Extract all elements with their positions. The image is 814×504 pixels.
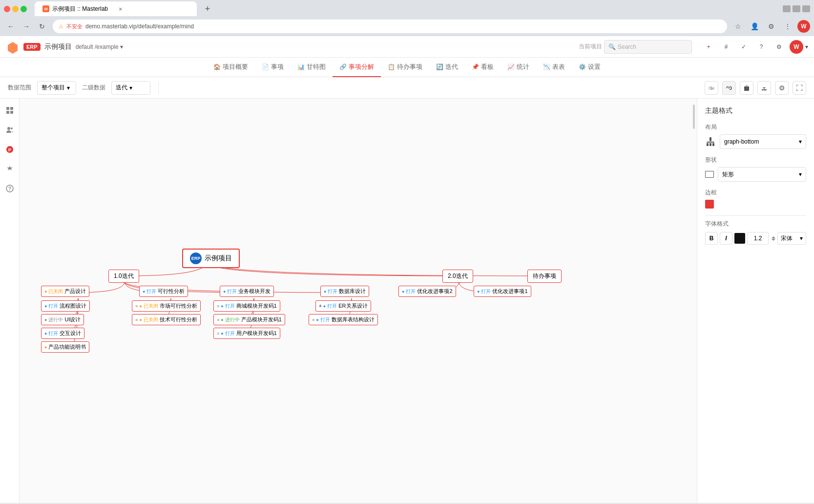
win-min-icon[interactable] (783, 5, 791, 12)
mind-icon: 🔗 (339, 63, 347, 70)
node-product-doc[interactable]: ● 产品功能说明书 (41, 341, 89, 353)
tab-gantt[interactable]: 📊 甘特图 (291, 58, 333, 77)
canvas-area[interactable]: ERP 示例项目 1.0迭代 2.0迭代 待办事项 ● 已关闭 产品设计 ● 打… (20, 99, 697, 503)
profile-btn[interactable]: 👤 (748, 20, 761, 33)
bookmark-btn[interactable]: ☆ (731, 20, 745, 33)
open-dot-3: ● (143, 289, 145, 294)
node-ui-design[interactable]: ● 进行中 UI设计 (41, 314, 84, 325)
security-warning-text: 不安全 (66, 23, 83, 30)
export-btn[interactable] (757, 81, 771, 95)
node-commerce-module[interactable]: ≡ ● 打开 商城模块开发码1 (213, 300, 280, 312)
improve2-label: 优化改进事项2 (417, 288, 452, 295)
delete-btn[interactable] (740, 81, 753, 95)
root-node[interactable]: ERP 示例项目 (182, 249, 240, 268)
size-down-icon[interactable] (772, 239, 775, 241)
new-tab-btn[interactable]: + (201, 2, 214, 16)
node-user-module[interactable]: ≡ ● 打开 用户模块开发码1 (213, 328, 280, 339)
node-market-feasibility[interactable]: ≡ ● 已关闭 市场可行性分析 (132, 300, 201, 312)
sidebar-icon-project[interactable]: P (2, 142, 18, 157)
tab-settings[interactable]: ⚙️ 设置 (572, 58, 607, 77)
tab-close-btn[interactable]: × (111, 1, 189, 16)
minimize-btn[interactable] (12, 6, 19, 12)
win-max-icon[interactable] (793, 5, 800, 12)
back-btn[interactable]: ← (4, 20, 18, 33)
node-feasibility[interactable]: ● 打开 可行性分析 (139, 286, 188, 297)
maximize-btn[interactable] (21, 6, 27, 12)
node-db-design[interactable]: ● 打开 数据库设计 (320, 286, 369, 297)
node-db-table-design[interactable]: ≡ ● 打开 数据库表结构设计 (309, 314, 378, 325)
tab-board[interactable]: 📌 看板 (465, 58, 501, 77)
user-module-label: 用户模块开发码1 (236, 330, 277, 337)
iter2-label: 2.0迭代 (448, 273, 468, 279)
sidebar-icon-tools[interactable] (2, 161, 18, 177)
settings-tab-icon: ⚙️ (579, 63, 586, 70)
node-er-design[interactable]: + ● 打开 ER关系设计 (315, 300, 371, 312)
unlink-btn[interactable] (722, 81, 736, 95)
project-badge: ERP (23, 43, 41, 51)
sidebar-icon-people[interactable] (2, 122, 18, 138)
hashtag-btn[interactable]: # (719, 40, 733, 54)
tab-table[interactable]: 📉 表表 (536, 58, 572, 77)
shape-preview (705, 171, 714, 178)
project-name[interactable]: 示例项目 (44, 42, 72, 51)
node-product-design[interactable]: ● 已关闭 产品设计 (41, 286, 89, 297)
nav-buttons: ← → ↻ (4, 20, 49, 33)
shield-btn[interactable]: ✓ (737, 40, 751, 54)
tab-story[interactable]: 📄 事项 (255, 58, 291, 77)
forward-btn[interactable]: → (20, 20, 33, 33)
layout-select[interactable]: graph-bottom ▾ (720, 134, 806, 149)
tab-mind[interactable]: 🔗 事项分解 (333, 58, 381, 77)
address-bar: ← → ↻ ⚠ 不安全 demo.masterlab.vip/default/e… (0, 18, 814, 36)
secondary-select[interactable]: 迭代 ▾ (111, 81, 150, 95)
shape-select[interactable]: 矩形 ▾ (718, 167, 806, 182)
node-improve1[interactable]: ● 打开 优化改进事项1 (474, 286, 531, 297)
font-family-select[interactable]: 宋体 ▾ (777, 232, 806, 245)
scope-label: 数据范围 (8, 84, 31, 92)
node-iter2[interactable]: 2.0迭代 (442, 270, 473, 283)
scope-select[interactable]: 整个项目 ▾ (37, 81, 76, 95)
sidebar-icon-grid[interactable] (2, 103, 18, 118)
node-flow-design[interactable]: ● 打开 流程图设计 (41, 300, 90, 312)
refresh-btn[interactable]: ↻ (35, 20, 49, 33)
user-menu[interactable]: W ▾ (790, 40, 808, 54)
node-business-dev[interactable]: ● 打开 业务模块开发 (220, 286, 274, 297)
open-tag-11: 打开 (481, 288, 491, 295)
search-box[interactable]: 🔍 Search (604, 40, 692, 54)
link-btn[interactable] (705, 81, 718, 95)
close-btn[interactable] (4, 6, 10, 12)
node-iter1[interactable]: 1.0迭代 (108, 270, 139, 283)
user-avatar[interactable]: W (797, 20, 810, 33)
open-tag-2: 打开 (48, 330, 58, 337)
svg-point-5 (11, 127, 13, 129)
win-close-icon[interactable] (802, 5, 810, 12)
bold-btn[interactable]: B (705, 232, 718, 245)
tab-iteration[interactable]: 🔄 迭代 (429, 58, 465, 77)
more-btn[interactable]: ⋮ (781, 20, 794, 33)
url-bar[interactable]: ⚠ 不安全 demo.masterlab.vip/default/example… (53, 20, 727, 33)
settings-btn[interactable]: ⚙ (772, 40, 786, 54)
tab-stats[interactable]: 📈 统计 (501, 58, 536, 77)
project-dropdown-icon[interactable]: ▾ (120, 43, 123, 50)
font-format-title: 字体格式 (705, 220, 806, 228)
browser-tab[interactable]: M 示例项目 :: Masterlab × (35, 1, 197, 16)
node-product-module[interactable]: ≡ ● 进行中 产品模块开发码1 (213, 314, 285, 325)
tab-todo[interactable]: 📋 待办事项 (381, 58, 429, 77)
tab-overview[interactable]: 🏠 项目概要 (207, 58, 255, 77)
extensions-btn[interactable]: ⚙ (764, 20, 778, 33)
config-btn[interactable]: ⚙ (775, 81, 789, 95)
node-interaction[interactable]: ● 打开 交互设计 (41, 328, 84, 339)
size-arrows[interactable] (772, 236, 775, 241)
fullscreen-btn[interactable]: ⛶ (793, 81, 806, 95)
font-size-input[interactable]: 1.2 (747, 232, 769, 245)
sidebar-icon-question[interactable]: ? (2, 181, 18, 196)
node-tech-feasibility[interactable]: ≡ ● 已关闭 技术可行性分析 (132, 314, 201, 325)
add-btn[interactable]: + (702, 40, 715, 54)
border-color-swatch[interactable] (705, 200, 714, 209)
node-improve2[interactable]: ● 打开 优化改进事项2 (398, 286, 456, 297)
font-color-btn[interactable] (734, 233, 745, 244)
size-up-icon[interactable] (772, 236, 775, 238)
scrollbar[interactable] (692, 99, 696, 503)
node-todo[interactable]: 待办事项 (527, 270, 562, 283)
help-btn[interactable]: ? (754, 40, 768, 54)
italic-btn[interactable]: I (720, 232, 732, 245)
